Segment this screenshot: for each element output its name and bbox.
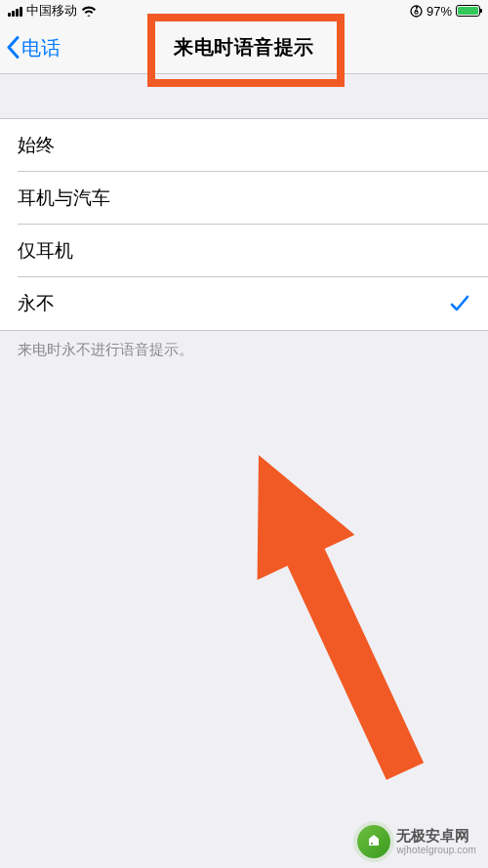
option-row[interactable]: 始终 xyxy=(0,119,488,172)
cellular-signal-icon xyxy=(8,6,22,17)
watermark-logo-icon xyxy=(357,825,390,858)
annotation-arrow-icon xyxy=(0,369,488,868)
carrier-label: 中国移动 xyxy=(26,3,77,20)
option-label: 永不 xyxy=(18,291,55,316)
chevron-left-icon xyxy=(6,36,20,60)
watermark-url: wjhotelgroup.com xyxy=(396,845,476,855)
watermark-title: 无极安卓网 xyxy=(396,828,476,845)
content: 始终耳机与汽车仅耳机永不 来电时永不进行语音提示。 xyxy=(0,118,488,369)
annotation-highlight-box xyxy=(147,14,345,87)
status-right: 97% xyxy=(410,4,480,19)
back-button[interactable]: 电话 xyxy=(6,34,61,61)
battery-icon xyxy=(456,5,480,17)
options-group: 始终耳机与汽车仅耳机永不 xyxy=(0,118,488,331)
option-row[interactable]: 耳机与汽车 xyxy=(0,172,488,225)
watermark-text: 无极安卓网 wjhotelgroup.com xyxy=(396,828,476,855)
svg-point-1 xyxy=(371,843,373,845)
option-row[interactable]: 仅耳机 xyxy=(0,225,488,277)
option-label: 始终 xyxy=(18,133,55,158)
option-row[interactable]: 永不 xyxy=(0,277,488,330)
status-left: 中国移动 xyxy=(8,3,97,20)
footer-description: 来电时永不进行语音提示。 xyxy=(0,331,488,369)
option-label: 仅耳机 xyxy=(18,238,73,264)
wifi-icon xyxy=(81,5,97,17)
checkmark-icon xyxy=(449,293,470,314)
orientation-lock-icon xyxy=(410,5,423,18)
battery-percentage: 97% xyxy=(427,4,452,19)
back-label: 电话 xyxy=(21,34,61,61)
watermark: 无极安卓网 wjhotelgroup.com xyxy=(357,825,476,858)
battery-fill xyxy=(458,7,478,15)
option-label: 耳机与汽车 xyxy=(18,186,110,211)
